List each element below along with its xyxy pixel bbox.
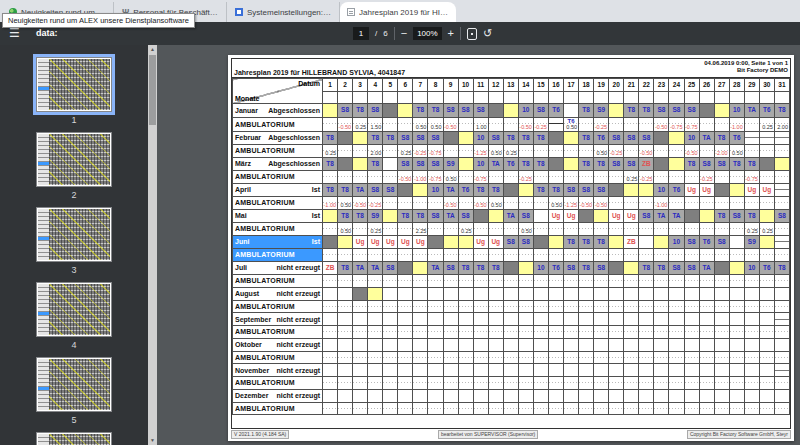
- scroll-down-icon[interactable]: ▼: [148, 436, 157, 445]
- day-cell: [323, 389, 338, 402]
- thumbnail-page-6[interactable]: [36, 432, 112, 445]
- day-cell: [338, 313, 353, 326]
- ambu-cell: [609, 171, 624, 184]
- ambu-cell: [368, 275, 383, 288]
- day-cell: 10: [428, 183, 443, 197]
- day-cell: [564, 157, 579, 171]
- thumbnail-image[interactable]: [36, 282, 112, 337]
- ambu-cell: [413, 300, 428, 313]
- ambu-cell: [684, 275, 699, 288]
- day-cell: [609, 287, 624, 300]
- ambu-cell: [503, 300, 518, 313]
- day-cell: [383, 287, 398, 300]
- day-cell: [338, 338, 353, 351]
- day-cell: 10: [729, 104, 744, 118]
- thumbnail-page-4[interactable]: 4: [36, 282, 112, 350]
- thumbnail-image[interactable]: [36, 432, 112, 445]
- ambu-cell: -1.25: [564, 197, 579, 210]
- thumb-grid: [49, 209, 110, 260]
- footer-copyright: Copyright Bit Factory Software GmbH, Ste…: [687, 430, 791, 439]
- ambu-cell: [533, 171, 548, 184]
- day-cell: [564, 313, 579, 326]
- ambu-cell: [714, 377, 729, 390]
- day-cell: [714, 389, 729, 402]
- day-header: 5: [383, 79, 398, 92]
- zoom-in-button[interactable]: +: [448, 28, 454, 39]
- ambu-cell: [548, 402, 563, 415]
- month-label: AprilIst: [233, 183, 323, 197]
- day-cell: T8: [579, 131, 594, 145]
- ambu-cell: [714, 351, 729, 364]
- day-cell: [383, 157, 398, 171]
- ambu-cell: [383, 300, 398, 313]
- day-cell: [594, 364, 609, 377]
- scroll-up-icon[interactable]: ▲: [148, 45, 157, 54]
- month-row: JuniIstUgUgUgUgUgUgUgS8S8T8T8T8ZB10S8T6S…: [233, 235, 790, 249]
- day-cell: T8: [428, 104, 443, 118]
- ambu-cell: [729, 377, 744, 390]
- tab-systemeinstellungen[interactable]: Systemeinstellungen: Bit Factory ...: [228, 2, 340, 22]
- day-cell: T8: [488, 261, 503, 275]
- thumb-label-col: [38, 284, 49, 335]
- thumbnail-page-2[interactable]: 2: [36, 132, 112, 200]
- day-cell: S8: [609, 131, 624, 145]
- thumbnail-image[interactable]: [36, 132, 112, 187]
- ambu-cell: [759, 402, 774, 415]
- tab-jahresplan[interactable]: Jahresplan 2019 für HILLEBRAN...: [340, 2, 456, 22]
- thumbnail-page-5[interactable]: 5: [36, 357, 112, 425]
- ambu-cell: 0.50: [413, 117, 428, 131]
- thumbnail-image[interactable]: [36, 207, 112, 262]
- day-cell: [413, 338, 428, 351]
- thumbnail-image[interactable]: [36, 57, 112, 112]
- menu-icon[interactable]: ☰: [9, 27, 22, 40]
- day-cell: [533, 235, 548, 249]
- toolbar-divider: [460, 27, 461, 40]
- month-label: Novembernicht erzeugt: [233, 364, 323, 377]
- zoom-level[interactable]: 100%: [413, 27, 441, 40]
- day-cell: S8: [624, 157, 639, 171]
- ambu-cell: [353, 351, 368, 364]
- pdf-viewport[interactable]: 04.06.2019 0:00, Seite 1 von 1 Bit Facto…: [157, 45, 800, 445]
- ambu-cell: [353, 275, 368, 288]
- day-cell: S8: [413, 131, 428, 145]
- ambu-cell: [774, 275, 789, 288]
- ambu-cell: [714, 300, 729, 313]
- sidebar-scrollbar[interactable]: ▲ ▼: [148, 45, 157, 445]
- zoom-out-button[interactable]: −: [401, 28, 407, 39]
- ambu-cell: [759, 326, 774, 339]
- day-cell: Ug: [744, 183, 759, 197]
- day-cell: [443, 338, 458, 351]
- thumbnail-image[interactable]: [36, 357, 112, 412]
- day-cell: Ug: [368, 235, 383, 249]
- day-cell: [669, 131, 684, 145]
- ambu-cell: -0.25: [413, 145, 428, 158]
- ambulatorium-row: AMBULATORIUM: [233, 275, 790, 288]
- ambu-cell: [669, 402, 684, 415]
- ambu-cell: [518, 377, 533, 390]
- ambu-cell: [398, 351, 413, 364]
- ambu-cell: [383, 249, 398, 262]
- thumbnail-page-3[interactable]: 3: [36, 207, 112, 275]
- day-cell: [428, 235, 443, 249]
- day-cell: [699, 209, 714, 223]
- ambu-cell: -0.75: [669, 117, 684, 131]
- ambu-cell: [413, 326, 428, 339]
- ambu-cell: [624, 197, 639, 210]
- ambu-cell: [338, 351, 353, 364]
- day-cell: S8: [533, 104, 548, 118]
- day-cell: [503, 389, 518, 402]
- fit-page-icon[interactable]: [467, 28, 477, 40]
- day-cell: [774, 338, 789, 351]
- scrollbar-thumb[interactable]: [149, 55, 156, 125]
- ambu-cell: [383, 351, 398, 364]
- ambu-cell: T60.50: [564, 117, 579, 131]
- page-input[interactable]: 1: [353, 27, 369, 40]
- day-cell: [609, 104, 624, 118]
- rotate-icon[interactable]: ↺: [483, 28, 492, 39]
- day-cell: T8: [458, 261, 473, 275]
- day-cell: T8: [383, 131, 398, 145]
- day-header: 13: [503, 79, 518, 92]
- ambu-cell: [383, 377, 398, 390]
- ambu-cell: [503, 377, 518, 390]
- thumbnail-page-1[interactable]: 1: [36, 57, 112, 125]
